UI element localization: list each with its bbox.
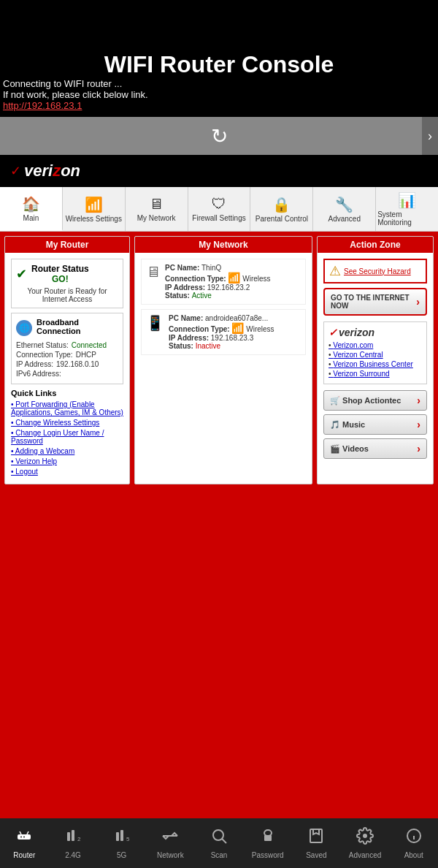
vz-check-icon: ✓: [328, 327, 337, 338]
bottom-nav-saved[interactable]: Saved: [292, 818, 341, 868]
checkmark-icon: ✔: [16, 266, 27, 282]
bottom-nav-about[interactable]: About: [389, 818, 438, 868]
bottom-nav-password[interactable]: Password: [243, 818, 292, 868]
ip-label: IP Address:: [16, 360, 53, 368]
svg-rect-8: [116, 832, 119, 841]
tab-advanced-label: Advanced: [328, 215, 360, 223]
ip-row: IP Address: 192.168.0.10: [16, 360, 118, 368]
verizon-check-icon: ✓: [10, 163, 21, 179]
bottom-nav-password-label: Password: [252, 851, 284, 859]
refresh-icon[interactable]: ↻: [211, 124, 228, 148]
tab-system[interactable]: 📊 System Monitoring: [376, 187, 438, 231]
bottom-nav-2g-label: 2.4G: [65, 851, 81, 859]
svg-rect-9: [120, 830, 123, 841]
svg-rect-5: [67, 832, 70, 841]
broadband-title: Broadband Connection: [36, 318, 118, 335]
verizon-logo-small: ✓ verizon: [328, 327, 422, 338]
vz-link-1[interactable]: Verizon Central: [328, 351, 422, 359]
red-background-area: [0, 489, 438, 781]
device-2-name-row: PC Name: androidea607a8e...: [169, 314, 274, 322]
bottom-nav-router-label: Router: [13, 851, 35, 859]
device-1-ip-row: IP Address: 192.168.23.2: [165, 283, 271, 292]
tab-main[interactable]: 🏠 Main: [0, 187, 63, 231]
svg-point-12: [213, 830, 223, 840]
bottom-nav-saved-label: Saved: [306, 851, 326, 859]
device-1-header: 🖥 PC Name: ThinQ Connection Type: 📶 Wire…: [146, 264, 301, 300]
device-2-info: PC Name: androidea607a8e... Connection T…: [169, 314, 274, 350]
bottom-nav-scan[interactable]: Scan: [195, 818, 244, 868]
bottom-nav-5g[interactable]: 5 5G: [97, 818, 146, 868]
bottom-nav-router[interactable]: Router: [0, 818, 49, 868]
my-router-panel: My Router ✔ Router Status GO! Your Route…: [4, 236, 130, 484]
tab-my-network[interactable]: 🖥 My Network: [126, 187, 188, 231]
svg-line-3: [20, 831, 21, 834]
globe-icon: 🌐: [16, 320, 32, 336]
tab-advanced[interactable]: 🔧 Advanced: [313, 187, 376, 231]
refresh-bar[interactable]: ↻ ›: [0, 117, 438, 155]
tab-wireless-label: Wireless Settings: [66, 215, 122, 223]
my-network-panel: My Network 🖥 PC Name: ThinQ Connection T…: [134, 236, 312, 484]
device-2-status-row: Status: Inactive: [169, 342, 274, 350]
bottom-nav-about-label: About: [404, 851, 423, 859]
about-nav-icon: [405, 827, 423, 849]
security-hazard-box[interactable]: ⚠ See Security Hazard: [323, 259, 427, 283]
warning-icon: ⚠: [329, 263, 341, 279]
device-2-ip: 192.168.23.3: [211, 334, 253, 342]
device-row-2: 📱 PC Name: androidea607a8e... Connection…: [141, 309, 306, 355]
quick-link-logout[interactable]: • Logout: [11, 468, 123, 476]
conn-type-label: Connection Type:: [16, 351, 73, 359]
tab-firewall[interactable]: 🛡 Firewall Settings: [188, 187, 251, 231]
side-arrow[interactable]: ›: [422, 117, 438, 155]
svg-point-2: [23, 837, 25, 838]
quick-link-help[interactable]: • Verizon Help: [11, 457, 123, 465]
vz-link-0[interactable]: Verizon.com: [328, 341, 422, 349]
wifi-icon-1: 📶: [228, 272, 240, 283]
device-1-icon: 🖥: [146, 264, 161, 281]
advanced-nav-icon: [356, 827, 374, 849]
password-nav-icon: [259, 827, 277, 849]
quick-link-port[interactable]: • Port Forwarding (Enable Applications, …: [11, 400, 123, 416]
main-content: My Router ✔ Router Status GO! Your Route…: [0, 232, 438, 489]
bottom-nav-network-label: Network: [157, 851, 184, 859]
router-nav-icon: [15, 827, 33, 849]
vz-link-2[interactable]: Verizon Business Center: [328, 360, 422, 368]
internet-button[interactable]: GO TO THE INTERNET NOW ›: [323, 288, 427, 316]
videos-icon: 🎬 Videos: [330, 444, 369, 454]
bottom-nav-2g[interactable]: 2 2.4G: [49, 818, 98, 868]
quick-link-webcam[interactable]: • Adding a Webcam: [11, 447, 123, 455]
svg-point-17: [363, 834, 367, 838]
device-1-status: Active: [192, 292, 212, 300]
bottom-nav-advanced[interactable]: Advanced: [341, 818, 390, 868]
tab-parental[interactable]: 🔒 Parental Control: [250, 187, 313, 231]
security-text[interactable]: See Security Hazard: [344, 267, 411, 275]
conn-type-value: DHCP: [76, 351, 96, 359]
vz-link-3[interactable]: Verizon Surround: [328, 370, 422, 378]
router-link[interactable]: http://192.168.23.1: [0, 100, 438, 111]
shop-actiontec-button[interactable]: 🛒 Shop Actiontec ›: [323, 390, 427, 411]
device-2-icon: 📱: [146, 314, 164, 332]
tab-wireless[interactable]: 📶 Wireless Settings: [63, 187, 126, 231]
svg-rect-6: [72, 830, 74, 841]
svg-line-13: [222, 839, 226, 843]
advanced-tab-icon: 🔧: [335, 196, 353, 213]
verizon-links-box: ✓ verizon Verizon.com Verizon Central Ve…: [323, 321, 427, 384]
wifi-icon-2: 📶: [231, 322, 244, 334]
device-1-conn: Wireless: [242, 275, 270, 283]
quick-link-wireless[interactable]: • Change Wireless Settings: [11, 419, 123, 427]
action-zone-panel: Action Zone ⚠ See Security Hazard GO TO …: [317, 236, 434, 484]
top-black-bar: [0, 0, 438, 44]
bottom-nav-network[interactable]: Network: [146, 818, 195, 868]
5g-nav-icon: 5: [113, 827, 131, 849]
action-zone-header: Action Zone: [318, 237, 433, 253]
nav-tabs: 🏠 Main 📶 Wireless Settings 🖥 My Network …: [0, 187, 438, 232]
quick-link-login[interactable]: • Change Login User Name / Password: [11, 429, 123, 445]
music-arrow-icon: ›: [417, 419, 420, 430]
router-status-box: ✔ Router Status GO! Your Router is Ready…: [11, 259, 123, 308]
wireless-icon: 📶: [85, 196, 103, 213]
ip-value: 192.168.0.10: [56, 360, 99, 368]
device-1-name: ThinQ: [201, 264, 221, 272]
music-button[interactable]: 🎵 Music ›: [323, 414, 427, 435]
header: WIFI Router Console Connecting to WIFI r…: [0, 44, 438, 117]
videos-button[interactable]: 🎬 Videos ›: [323, 438, 427, 459]
vz-logo-text: verizon: [339, 327, 374, 338]
